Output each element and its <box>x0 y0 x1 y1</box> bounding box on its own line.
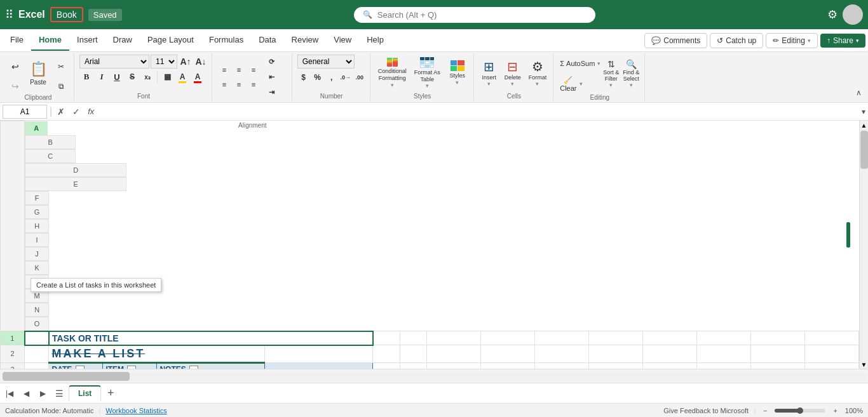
cell-H2[interactable] <box>427 345 481 363</box>
col-header-A[interactable]: A <box>25 121 48 135</box>
decrease-decimal-button[interactable]: .0→ <box>339 71 352 84</box>
strikethrough-button[interactable]: S <box>125 70 139 84</box>
clear-button[interactable]: 🧹 Clear <box>559 74 578 93</box>
workbook-stats-button[interactable]: Workbook Statistics <box>105 407 166 414</box>
settings-icon[interactable]: ⚙ <box>827 8 837 22</box>
cell-O1[interactable] <box>804 331 858 345</box>
cell-H1[interactable] <box>427 331 481 345</box>
scroll-down-button[interactable]: ▼ <box>860 360 869 369</box>
cell-I1[interactable] <box>481 331 535 345</box>
first-sheet-button[interactable]: |◀ <box>3 387 17 400</box>
cell-E3[interactable] <box>265 362 373 369</box>
cell-O3[interactable] <box>804 362 858 369</box>
comma-button[interactable]: , <box>325 71 338 84</box>
cell-M2[interactable] <box>696 345 750 363</box>
cell-G3[interactable] <box>400 362 426 369</box>
share-button[interactable]: ↑ Share ▾ <box>820 34 865 48</box>
increase-font-button[interactable]: A↑ <box>179 55 193 69</box>
h-scroll-thumb[interactable] <box>3 372 130 381</box>
row-header-1[interactable]: 1 <box>1 331 25 345</box>
cell-J1[interactable] <box>535 331 589 345</box>
cut-button[interactable]: ✂ <box>52 57 70 76</box>
col-header-N[interactable]: N <box>25 303 49 317</box>
align-bottom-right-button[interactable]: ≡ <box>247 77 261 91</box>
cell-styles-button[interactable]: Styles ▾ <box>445 57 470 89</box>
horizontal-scrollbar[interactable] <box>3 372 865 381</box>
format-button[interactable]: ⚙ Format ▾ <box>526 57 550 89</box>
cell-H3[interactable] <box>427 362 481 369</box>
zoom-out-button[interactable]: − <box>761 407 770 414</box>
cancel-formula-button[interactable]: ✗ <box>55 105 67 118</box>
date-filter-dropdown[interactable]: ▾ <box>76 366 85 369</box>
saved-label[interactable]: Saved <box>88 9 122 21</box>
col-header-K[interactable]: K <box>25 261 49 275</box>
sheet-tab-list[interactable]: List <box>69 385 101 402</box>
col-header-H[interactable]: H <box>25 219 49 233</box>
tab-view[interactable]: View <box>326 30 359 51</box>
col-header-D[interactable]: D <box>25 163 126 177</box>
insert-function-button[interactable]: fx <box>85 107 97 116</box>
bold-button[interactable]: B <box>79 70 93 84</box>
cell-F1[interactable] <box>373 331 400 345</box>
notes-filter-dropdown[interactable]: ▾ <box>189 366 198 369</box>
tab-review[interactable]: Review <box>284 30 327 51</box>
tab-insert[interactable]: Insert <box>69 30 105 51</box>
italic-button[interactable]: I <box>95 70 109 84</box>
sort-filter-button[interactable]: ⇅ Sort &Filter ▾ <box>602 58 620 89</box>
cell-G1[interactable] <box>400 331 426 345</box>
font-size-select[interactable]: 11 <box>151 55 177 69</box>
next-sheet-button[interactable]: ▶ <box>36 387 50 400</box>
currency-button[interactable]: $ <box>297 71 310 84</box>
cell-M1[interactable] <box>696 331 750 345</box>
cell-N2[interactable] <box>750 345 804 363</box>
zoom-slider-thumb[interactable] <box>797 407 803 414</box>
cell-O2[interactable] <box>804 345 858 363</box>
increase-decimal-button[interactable]: .00 <box>353 71 366 84</box>
cell-I3[interactable] <box>481 362 535 369</box>
col-header-B[interactable]: B <box>25 135 76 149</box>
add-sheet-button[interactable]: + <box>104 387 118 400</box>
search-box[interactable]: 🔍 <box>354 7 595 23</box>
conditional-formatting-button[interactable]: ConditionalFormatting ▾ <box>376 57 409 89</box>
cell-D3-notes[interactable]: NOTES ▾ <box>157 362 265 369</box>
cell-B2[interactable]: MAKE A LIST <box>49 345 265 363</box>
underline-button[interactable]: U <box>110 70 124 84</box>
sheets-menu-button[interactable]: ☰ <box>52 387 66 400</box>
doc-name[interactable]: Book <box>50 7 83 22</box>
paste-button[interactable]: 📋 Paste <box>25 55 51 93</box>
search-input[interactable] <box>377 10 587 20</box>
cell-A1[interactable] <box>25 331 49 345</box>
cell-K2[interactable] <box>589 345 643 363</box>
redo-button[interactable]: ↪ <box>6 77 24 96</box>
align-top-left-button[interactable]: ≡ <box>217 63 231 77</box>
prev-sheet-button[interactable]: ◀ <box>19 387 33 400</box>
copy-button[interactable]: ⧉ <box>52 77 70 96</box>
cell-K3[interactable] <box>589 362 643 369</box>
decrease-font-button[interactable]: A↓ <box>194 55 208 69</box>
scroll-up-button[interactable]: ▲ <box>860 121 869 129</box>
formula-bar-expand-button[interactable]: ▾ <box>862 107 865 116</box>
comments-button[interactable]: 💬 Comments <box>644 33 707 48</box>
cell-F2[interactable] <box>373 345 400 363</box>
cell-L3[interactable] <box>642 362 696 369</box>
cell-E2[interactable] <box>265 345 373 363</box>
align-bottom-left-button[interactable]: ≡ <box>217 77 231 91</box>
editing-button[interactable]: ✏ Editing ▾ <box>766 33 818 48</box>
cell-L2[interactable] <box>642 345 696 363</box>
cell-N3[interactable] <box>750 362 804 369</box>
cell-G2[interactable] <box>400 345 426 363</box>
cell-A2[interactable] <box>25 345 49 363</box>
cell-M3[interactable] <box>696 362 750 369</box>
col-header-C[interactable]: C <box>25 149 76 163</box>
avatar[interactable] <box>843 4 863 25</box>
text-angle-button[interactable]: ⟳ <box>264 55 278 69</box>
undo-button[interactable]: ↩ <box>6 57 24 76</box>
row-header-3[interactable]: 3 <box>1 362 25 369</box>
percent-button[interactable]: % <box>311 71 324 84</box>
col-header-I[interactable]: I <box>25 233 49 247</box>
align-bottom-center-button[interactable]: ≡ <box>232 77 246 91</box>
font-name-select[interactable]: Arial <box>79 55 149 69</box>
col-header-O[interactable]: O <box>25 317 49 331</box>
tab-formulas[interactable]: Formulas <box>201 30 251 51</box>
fill-color-button[interactable]: A <box>175 70 189 84</box>
